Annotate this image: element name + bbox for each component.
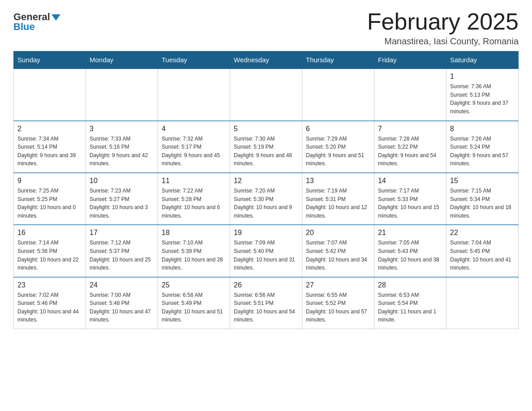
day-number: 15 xyxy=(450,177,515,185)
day-info: Sunrise: 7:00 AM Sunset: 5:48 PM Dayligh… xyxy=(90,291,154,324)
calendar-day-cell: 17Sunrise: 7:12 AM Sunset: 5:37 PM Dayli… xyxy=(86,225,158,277)
calendar-day-cell: 22Sunrise: 7:04 AM Sunset: 5:45 PM Dayli… xyxy=(446,225,519,277)
day-info: Sunrise: 7:26 AM Sunset: 5:24 PM Dayligh… xyxy=(450,135,515,168)
location-subtitle: Manastirea, Iasi County, Romania xyxy=(367,36,519,47)
calendar-day-cell: 14Sunrise: 7:17 AM Sunset: 5:33 PM Dayli… xyxy=(374,173,446,225)
day-number: 19 xyxy=(234,229,298,237)
day-info: Sunrise: 7:17 AM Sunset: 5:33 PM Dayligh… xyxy=(378,187,442,220)
col-header-wednesday: Wednesday xyxy=(230,51,302,69)
day-number: 11 xyxy=(162,177,226,185)
day-number: 2 xyxy=(17,125,82,133)
title-section: February 2025 Manastirea, Iasi County, R… xyxy=(367,9,519,47)
day-info: Sunrise: 7:02 AM Sunset: 5:46 PM Dayligh… xyxy=(17,291,82,324)
calendar-day-cell: 27Sunrise: 6:55 AM Sunset: 5:52 PM Dayli… xyxy=(302,277,374,329)
calendar-day-cell xyxy=(302,68,374,120)
calendar-day-cell: 9Sunrise: 7:25 AM Sunset: 5:25 PM Daylig… xyxy=(14,173,86,225)
day-number: 25 xyxy=(162,281,226,289)
day-number: 26 xyxy=(234,281,298,289)
calendar-week-row: 16Sunrise: 7:14 AM Sunset: 5:36 PM Dayli… xyxy=(14,225,519,277)
calendar-week-row: 23Sunrise: 7:02 AM Sunset: 5:46 PM Dayli… xyxy=(14,277,519,329)
calendar-day-cell xyxy=(446,277,519,329)
calendar-day-cell: 20Sunrise: 7:07 AM Sunset: 5:42 PM Dayli… xyxy=(302,225,374,277)
calendar-day-cell: 23Sunrise: 7:02 AM Sunset: 5:46 PM Dayli… xyxy=(14,277,86,329)
day-info: Sunrise: 7:25 AM Sunset: 5:25 PM Dayligh… xyxy=(17,187,82,220)
calendar-day-cell: 10Sunrise: 7:23 AM Sunset: 5:27 PM Dayli… xyxy=(86,173,158,225)
logo: General Blue xyxy=(13,9,60,33)
day-info: Sunrise: 7:33 AM Sunset: 5:16 PM Dayligh… xyxy=(90,135,154,168)
day-info: Sunrise: 6:53 AM Sunset: 5:54 PM Dayligh… xyxy=(378,291,442,324)
calendar-day-cell: 2Sunrise: 7:34 AM Sunset: 5:14 PM Daylig… xyxy=(14,121,86,173)
day-number: 7 xyxy=(378,125,442,133)
page-header: General Blue February 2025 Manastirea, I… xyxy=(13,9,519,47)
day-number: 27 xyxy=(306,281,370,289)
col-header-sunday: Sunday xyxy=(14,51,86,69)
calendar-day-cell: 4Sunrise: 7:32 AM Sunset: 5:17 PM Daylig… xyxy=(158,121,230,173)
day-number: 22 xyxy=(450,229,515,237)
day-info: Sunrise: 7:07 AM Sunset: 5:42 PM Dayligh… xyxy=(306,239,370,272)
calendar-week-row: 9Sunrise: 7:25 AM Sunset: 5:25 PM Daylig… xyxy=(14,173,519,225)
calendar-day-cell: 7Sunrise: 7:28 AM Sunset: 5:22 PM Daylig… xyxy=(374,121,446,173)
calendar-day-cell: 21Sunrise: 7:05 AM Sunset: 5:43 PM Dayli… xyxy=(374,225,446,277)
calendar-day-cell: 18Sunrise: 7:10 AM Sunset: 5:39 PM Dayli… xyxy=(158,225,230,277)
day-info: Sunrise: 7:32 AM Sunset: 5:17 PM Dayligh… xyxy=(162,135,226,168)
day-info: Sunrise: 7:10 AM Sunset: 5:39 PM Dayligh… xyxy=(162,239,226,272)
day-number: 17 xyxy=(90,229,154,237)
day-info: Sunrise: 7:36 AM Sunset: 5:13 PM Dayligh… xyxy=(450,82,515,116)
day-number: 18 xyxy=(162,229,226,237)
day-number: 1 xyxy=(450,73,515,81)
day-number: 24 xyxy=(90,281,154,289)
calendar-day-cell: 12Sunrise: 7:20 AM Sunset: 5:30 PM Dayli… xyxy=(230,173,302,225)
calendar-day-cell: 15Sunrise: 7:15 AM Sunset: 5:34 PM Dayli… xyxy=(446,173,519,225)
day-number: 14 xyxy=(378,177,442,185)
col-header-monday: Monday xyxy=(86,51,158,69)
calendar-day-cell: 19Sunrise: 7:09 AM Sunset: 5:40 PM Dayli… xyxy=(230,225,302,277)
calendar-header-row: Sunday Monday Tuesday Wednesday Thursday… xyxy=(14,51,519,69)
day-info: Sunrise: 7:22 AM Sunset: 5:28 PM Dayligh… xyxy=(162,187,226,220)
calendar-day-cell xyxy=(14,68,86,120)
day-number: 28 xyxy=(378,281,442,289)
day-info: Sunrise: 7:05 AM Sunset: 5:43 PM Dayligh… xyxy=(378,239,442,272)
day-number: 16 xyxy=(17,229,82,237)
day-number: 4 xyxy=(162,125,226,133)
day-number: 3 xyxy=(90,125,154,133)
day-info: Sunrise: 6:55 AM Sunset: 5:52 PM Dayligh… xyxy=(306,291,370,324)
col-header-thursday: Thursday xyxy=(302,51,374,69)
calendar-day-cell xyxy=(158,68,230,120)
calendar-day-cell: 16Sunrise: 7:14 AM Sunset: 5:36 PM Dayli… xyxy=(14,225,86,277)
calendar-week-row: 2Sunrise: 7:34 AM Sunset: 5:14 PM Daylig… xyxy=(14,121,519,173)
col-header-tuesday: Tuesday xyxy=(158,51,230,69)
logo-blue-label: Blue xyxy=(13,21,35,33)
day-info: Sunrise: 7:23 AM Sunset: 5:27 PM Dayligh… xyxy=(90,187,154,220)
calendar-day-cell xyxy=(230,68,302,120)
calendar-day-cell: 26Sunrise: 6:56 AM Sunset: 5:51 PM Dayli… xyxy=(230,277,302,329)
calendar-week-row: 1Sunrise: 7:36 AM Sunset: 5:13 PM Daylig… xyxy=(14,68,519,120)
day-number: 9 xyxy=(17,177,82,185)
day-number: 5 xyxy=(234,125,298,133)
col-header-saturday: Saturday xyxy=(446,51,519,69)
calendar-day-cell: 8Sunrise: 7:26 AM Sunset: 5:24 PM Daylig… xyxy=(446,121,519,173)
calendar-day-cell xyxy=(374,68,446,120)
day-info: Sunrise: 7:34 AM Sunset: 5:14 PM Dayligh… xyxy=(17,135,82,168)
day-number: 23 xyxy=(17,281,82,289)
calendar-day-cell: 3Sunrise: 7:33 AM Sunset: 5:16 PM Daylig… xyxy=(86,121,158,173)
calendar-day-cell: 6Sunrise: 7:29 AM Sunset: 5:20 PM Daylig… xyxy=(302,121,374,173)
day-info: Sunrise: 7:28 AM Sunset: 5:22 PM Dayligh… xyxy=(378,135,442,168)
calendar-day-cell: 28Sunrise: 6:53 AM Sunset: 5:54 PM Dayli… xyxy=(374,277,446,329)
calendar-day-cell: 1Sunrise: 7:36 AM Sunset: 5:13 PM Daylig… xyxy=(446,68,519,120)
calendar-day-cell: 25Sunrise: 6:58 AM Sunset: 5:49 PM Dayli… xyxy=(158,277,230,329)
day-number: 6 xyxy=(306,125,370,133)
col-header-friday: Friday xyxy=(374,51,446,69)
day-info: Sunrise: 7:19 AM Sunset: 5:31 PM Dayligh… xyxy=(306,187,370,220)
calendar-table: Sunday Monday Tuesday Wednesday Thursday… xyxy=(13,51,519,329)
day-number: 13 xyxy=(306,177,370,185)
day-number: 20 xyxy=(306,229,370,237)
calendar-day-cell: 5Sunrise: 7:30 AM Sunset: 5:19 PM Daylig… xyxy=(230,121,302,173)
day-info: Sunrise: 7:30 AM Sunset: 5:19 PM Dayligh… xyxy=(234,135,298,168)
day-info: Sunrise: 7:15 AM Sunset: 5:34 PM Dayligh… xyxy=(450,187,515,220)
calendar-day-cell: 24Sunrise: 7:00 AM Sunset: 5:48 PM Dayli… xyxy=(86,277,158,329)
day-info: Sunrise: 6:56 AM Sunset: 5:51 PM Dayligh… xyxy=(234,291,298,324)
day-info: Sunrise: 7:14 AM Sunset: 5:36 PM Dayligh… xyxy=(17,239,82,272)
day-number: 10 xyxy=(90,177,154,185)
day-info: Sunrise: 7:20 AM Sunset: 5:30 PM Dayligh… xyxy=(234,187,298,220)
calendar-day-cell xyxy=(86,68,158,120)
